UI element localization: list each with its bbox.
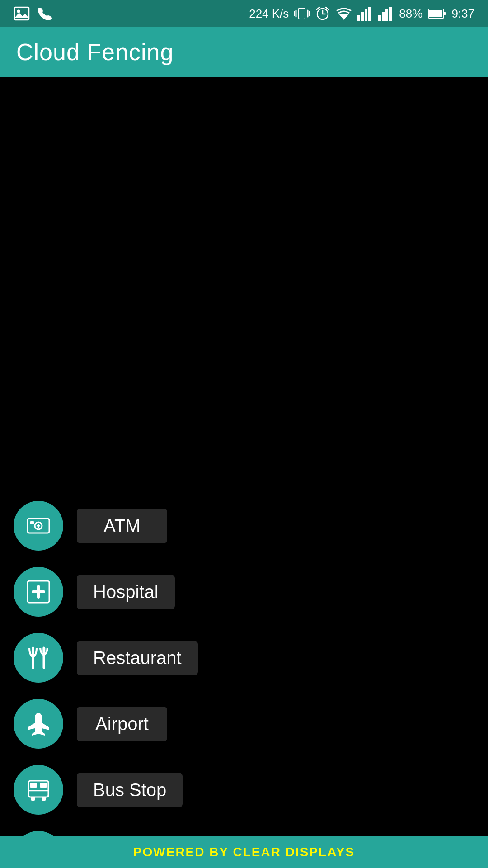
bus-stop-button[interactable]: Bus Stop	[77, 773, 183, 807]
svg-rect-16	[368, 7, 371, 21]
status-bar-right-icons: 224 K/s	[249, 5, 474, 22]
svg-point-42	[31, 797, 35, 801]
svg-rect-14	[361, 12, 364, 21]
menu-item-hospital[interactable]: Hospital	[14, 559, 474, 625]
airport-button[interactable]: Airport	[77, 707, 167, 741]
footer: POWERED BY CLEAR DISPLAYS	[0, 836, 488, 868]
bus-stop-icon-circle	[14, 765, 63, 815]
svg-rect-22	[429, 10, 442, 17]
atm-button[interactable]: ATM	[77, 509, 167, 543]
restaurant-icon	[24, 643, 53, 672]
svg-rect-23	[444, 12, 446, 15]
svg-line-10	[317, 7, 319, 9]
controls-area: ATM Hospital	[0, 484, 488, 868]
airplane-icon	[24, 709, 53, 738]
svg-rect-2	[299, 8, 305, 19]
menu-item-atm[interactable]: ATM	[14, 493, 474, 559]
network-speed: 224 K/s	[249, 7, 289, 21]
svg-line-11	[326, 7, 328, 9]
restaurant-icon-circle	[14, 633, 63, 683]
wifi-icon	[336, 5, 352, 22]
status-bar-left-icons	[14, 5, 52, 22]
status-bar: 224 K/s	[0, 0, 488, 27]
svg-point-43	[42, 797, 46, 801]
signal-icon-2	[378, 6, 394, 21]
airport-icon-circle	[14, 699, 63, 749]
menu-list: ATM Hospital	[0, 493, 488, 868]
svg-rect-40	[40, 783, 47, 788]
app-title: Cloud Fencing	[16, 38, 174, 66]
image-icon	[14, 5, 30, 22]
battery-percent: 88%	[399, 7, 422, 21]
svg-marker-12	[338, 14, 349, 20]
restaurant-button[interactable]: Restaurant	[77, 641, 198, 675]
alarm-icon	[315, 6, 330, 21]
footer-text: POWERED BY CLEAR DISPLAYS	[133, 845, 355, 859]
menu-item-bus-stop[interactable]: Bus Stop	[14, 757, 474, 823]
svg-rect-15	[365, 9, 367, 21]
svg-rect-20	[389, 7, 392, 21]
svg-rect-31	[30, 521, 34, 524]
svg-rect-19	[385, 9, 388, 21]
bus-icon	[24, 775, 53, 804]
map-area	[0, 77, 488, 484]
svg-rect-39	[30, 783, 37, 788]
svg-point-1	[17, 10, 20, 13]
menu-item-airport[interactable]: Airport	[14, 691, 474, 757]
hospital-icon	[24, 577, 53, 606]
atm-icon	[24, 511, 53, 540]
vibrate-icon	[294, 6, 310, 21]
time: 9:37	[451, 7, 474, 21]
svg-rect-18	[382, 12, 385, 21]
signal-icon	[357, 6, 373, 21]
hospital-button[interactable]: Hospital	[77, 575, 175, 609]
menu-item-restaurant[interactable]: Restaurant	[14, 625, 474, 691]
phone-icon	[37, 6, 52, 21]
hospital-icon-circle	[14, 567, 63, 617]
app-bar: Cloud Fencing	[0, 27, 488, 77]
svg-rect-13	[357, 15, 360, 21]
atm-icon-circle	[14, 501, 63, 551]
battery-icon	[428, 8, 446, 19]
svg-rect-17	[378, 15, 381, 21]
